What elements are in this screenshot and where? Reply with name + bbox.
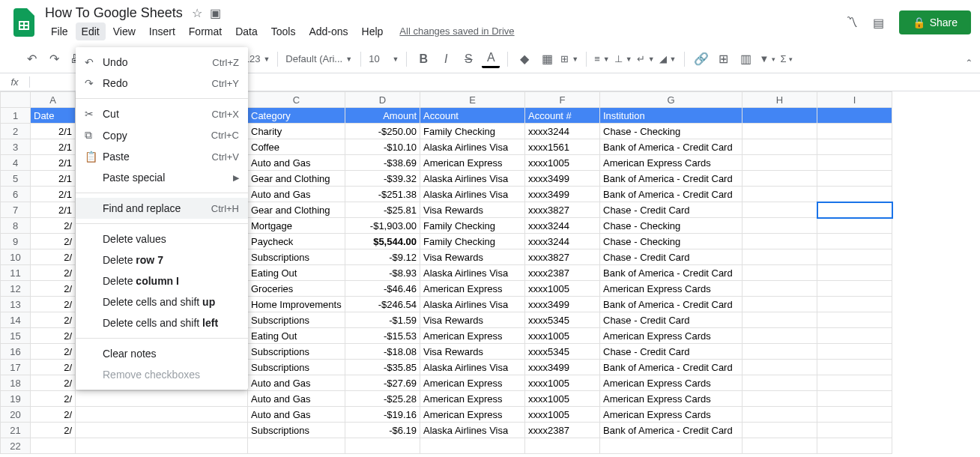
menu-help[interactable]: Help — [356, 22, 390, 40]
menu-paste[interactable]: 📋PasteCtrl+V — [76, 146, 248, 167]
menu-remove-checkboxes[interactable]: Remove checkboxes — [76, 364, 248, 385]
filter-dropdown[interactable]: ▼▾ — [760, 53, 776, 64]
undo-button[interactable]: ↶ — [22, 50, 40, 68]
row-header-15[interactable]: 15 — [1, 328, 31, 344]
redo-icon: ↷ — [85, 77, 103, 89]
table-row[interactable]: 212/Subscriptions-$6.19Alaska Airlines V… — [1, 423, 892, 438]
menu-cut[interactable]: ✂CutCtrl+X — [76, 103, 248, 124]
undo-icon: ↶ — [85, 56, 103, 68]
col-header-E[interactable]: E — [420, 92, 525, 108]
menu-tools[interactable]: Tools — [265, 22, 302, 40]
col-header-C[interactable]: C — [248, 92, 345, 108]
menu-add-ons[interactable]: Add-ons — [303, 22, 354, 40]
menu-view[interactable]: View — [107, 22, 142, 40]
row-header-13[interactable]: 13 — [1, 297, 31, 312]
fill-color-button[interactable]: ◆ — [515, 50, 533, 68]
row-header-8[interactable]: 8 — [1, 218, 31, 234]
row-header-21[interactable]: 21 — [1, 423, 31, 438]
row-header-1[interactable]: 1 — [1, 108, 31, 124]
font-dropdown[interactable]: Default (Ari...▼ — [285, 53, 353, 64]
select-all-cell[interactable] — [1, 92, 31, 108]
row-header-7[interactable]: 7 — [1, 202, 31, 218]
menu-data[interactable]: Data — [229, 22, 264, 40]
row-header-3[interactable]: 3 — [1, 139, 31, 155]
menu-redo[interactable]: ↷RedoCtrl+Y — [76, 73, 248, 94]
redo-button[interactable]: ↷ — [45, 50, 63, 68]
menu-insert[interactable]: Insert — [143, 22, 181, 40]
star-icon[interactable]: ☆ — [192, 6, 202, 20]
menu-undo[interactable]: ↶UndoCtrl+Z — [76, 52, 248, 73]
comment-icon[interactable]: ▤ — [873, 16, 884, 30]
activity-icon[interactable]: 〽 — [846, 16, 858, 29]
row-header-4[interactable]: 4 — [1, 155, 31, 171]
menubar: FileEditViewInsertFormatDataToolsAdd-ons… — [39, 21, 515, 40]
menu-delete-column[interactable]: Delete column I — [76, 270, 248, 291]
lock-icon: 🔒 — [913, 16, 925, 28]
link-button[interactable]: 🔗 — [692, 50, 710, 68]
menu-paste-special[interactable]: Paste special▶ — [76, 167, 248, 188]
col-header-D[interactable]: D — [345, 92, 420, 108]
table-row[interactable]: 192/Auto and Gas-$25.28American Expressx… — [1, 391, 892, 407]
menu-copy[interactable]: ⧉CopyCtrl+C — [76, 124, 248, 146]
row-header-12[interactable]: 12 — [1, 281, 31, 297]
col-header-I[interactable]: I — [817, 92, 892, 108]
row-header-9[interactable]: 9 — [1, 234, 31, 249]
italic-button[interactable]: I — [437, 50, 455, 68]
borders-button[interactable]: ▦ — [538, 50, 556, 68]
collapse-toolbar-icon[interactable]: ˆ — [967, 58, 971, 72]
row-header-17[interactable]: 17 — [1, 360, 31, 375]
row-header-18[interactable]: 18 — [1, 375, 31, 391]
fx-label: fx — [0, 76, 30, 88]
comment-button[interactable]: ⊞ — [715, 50, 733, 68]
fontsize-dropdown[interactable]: 10▼ — [369, 53, 399, 64]
selected-cell — [817, 202, 892, 218]
valign-dropdown[interactable]: ⊥▼ — [614, 53, 632, 64]
row-header-16[interactable]: 16 — [1, 344, 31, 360]
row-header-14[interactable]: 14 — [1, 312, 31, 328]
rotate-dropdown[interactable]: ◢▼ — [659, 53, 677, 64]
text-color-button[interactable]: A — [482, 50, 500, 68]
cut-icon: ✂ — [85, 108, 103, 120]
menu-delete-shift-up[interactable]: Delete cells and shift up — [76, 291, 248, 312]
row-header-2[interactable]: 2 — [1, 124, 31, 139]
doc-title[interactable]: How To Google Sheets — [45, 5, 183, 21]
menu-file[interactable]: File — [45, 22, 74, 40]
move-icon[interactable]: ▣ — [210, 6, 221, 20]
col-header-F[interactable]: F — [525, 92, 600, 108]
halign-dropdown[interactable]: ≡▼ — [594, 53, 610, 64]
bold-button[interactable]: B — [414, 50, 432, 68]
save-status[interactable]: All changes saved in Drive — [399, 25, 514, 37]
edit-menu: ↶UndoCtrl+Z ↷RedoCtrl+Y ✂CutCtrl+X ⧉Copy… — [76, 47, 248, 390]
col-header-H[interactable]: H — [742, 92, 817, 108]
wrap-dropdown[interactable]: ↵▼ — [637, 53, 655, 64]
row-header-19[interactable]: 19 — [1, 391, 31, 407]
row-header-20[interactable]: 20 — [1, 407, 31, 423]
merge-dropdown[interactable]: ⊞▼ — [560, 53, 578, 64]
strike-button[interactable]: S — [459, 50, 477, 68]
menu-clear-notes[interactable]: Clear notes — [76, 343, 248, 364]
row-header-11[interactable]: 11 — [1, 265, 31, 281]
share-button[interactable]: 🔒 Share — [899, 10, 971, 34]
submenu-arrow-icon: ▶ — [233, 173, 239, 183]
menu-find-replace[interactable]: Find and replaceCtrl+H — [76, 198, 248, 219]
col-header-G[interactable]: G — [600, 92, 742, 108]
row-header-6[interactable]: 6 — [1, 187, 31, 202]
menu-edit[interactable]: Edit — [76, 22, 106, 40]
functions-dropdown[interactable]: Σ▾ — [780, 53, 793, 64]
col-header-A[interactable]: A — [31, 92, 76, 108]
menu-delete-shift-left[interactable]: Delete cells and shift left — [76, 312, 248, 333]
share-label: Share — [930, 16, 958, 28]
paste-icon: 📋 — [85, 151, 103, 163]
menu-delete-values[interactable]: Delete values — [76, 228, 248, 249]
menu-delete-row[interactable]: Delete row 7 — [76, 249, 248, 270]
chart-button[interactable]: ▥ — [737, 50, 755, 68]
row-header-5[interactable]: 5 — [1, 171, 31, 187]
cell[interactable]: Date — [31, 108, 76, 124]
copy-icon: ⧉ — [85, 129, 103, 142]
menu-format[interactable]: Format — [183, 22, 228, 40]
row-header-10[interactable]: 10 — [1, 249, 31, 265]
sheets-logo[interactable] — [9, 7, 39, 37]
table-row[interactable]: 202/Auto and Gas-$19.16American Expressx… — [1, 407, 892, 423]
row-header-22[interactable]: 22 — [1, 438, 31, 454]
